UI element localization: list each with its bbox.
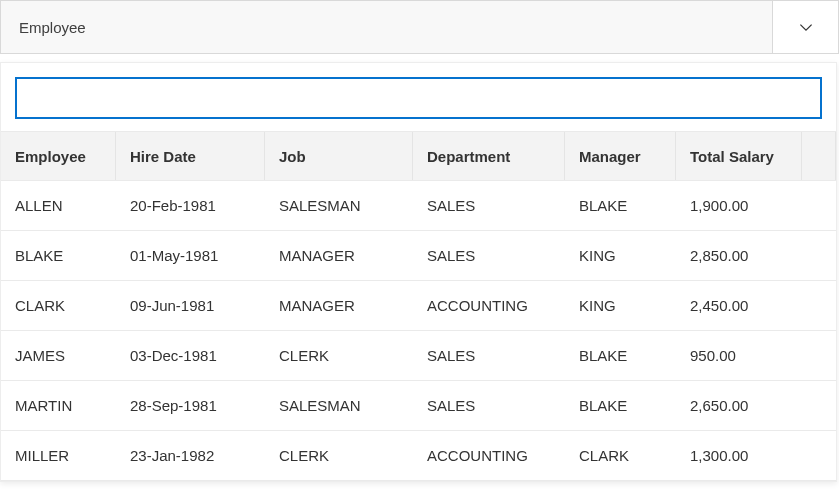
cell-manager: CLARK (565, 431, 676, 480)
cell-total-salary: 950.00 (676, 331, 802, 380)
table-row[interactable]: ALLEN20-Feb-1981SALESMANSALESBLAKE1,900.… (1, 181, 836, 231)
col-header-tail (802, 132, 836, 180)
table-row[interactable]: MILLER23-Jan-1982CLERKACCOUNTINGCLARK1,3… (1, 431, 836, 480)
cell-employee: MARTIN (1, 381, 116, 430)
cell-tail (802, 181, 836, 230)
cell-hiredate: 03-Dec-1981 (116, 331, 265, 380)
cell-total-salary: 2,450.00 (676, 281, 802, 330)
col-header-manager[interactable]: Manager (565, 132, 676, 180)
cell-department: SALES (413, 181, 565, 230)
employee-select-trigger[interactable]: Employee (0, 0, 839, 54)
cell-tail (802, 331, 836, 380)
cell-department: SALES (413, 231, 565, 280)
cell-department: SALES (413, 331, 565, 380)
cell-hiredate: 01-May-1981 (116, 231, 265, 280)
cell-total-salary: 2,850.00 (676, 231, 802, 280)
dropdown-toggle[interactable] (772, 1, 838, 53)
search-wrap (1, 63, 836, 131)
cell-job: SALESMAN (265, 381, 413, 430)
grid-header-row: Employee Hire Date Job Department Manage… (1, 132, 836, 181)
cell-total-salary: 1,900.00 (676, 181, 802, 230)
cell-department: ACCOUNTING (413, 281, 565, 330)
cell-tail (802, 431, 836, 480)
col-header-hiredate[interactable]: Hire Date (116, 132, 265, 180)
search-input[interactable] (15, 77, 822, 119)
table-row[interactable]: BLAKE01-May-1981MANAGERSALESKING2,850.00 (1, 231, 836, 281)
col-header-job[interactable]: Job (265, 132, 413, 180)
cell-manager: BLAKE (565, 381, 676, 430)
cell-tail (802, 231, 836, 280)
table-row[interactable]: MARTIN28-Sep-1981SALESMANSALESBLAKE2,650… (1, 381, 836, 431)
cell-manager: BLAKE (565, 181, 676, 230)
cell-manager: BLAKE (565, 331, 676, 380)
cell-hiredate: 09-Jun-1981 (116, 281, 265, 330)
cell-tail (802, 281, 836, 330)
cell-department: ACCOUNTING (413, 431, 565, 480)
cell-job: CLERK (265, 431, 413, 480)
cell-employee: CLARK (1, 281, 116, 330)
dropdown-panel: Employee Hire Date Job Department Manage… (0, 62, 837, 482)
select-label: Employee (1, 1, 772, 53)
cell-employee: ALLEN (1, 181, 116, 230)
cell-manager: KING (565, 231, 676, 280)
cell-hiredate: 28-Sep-1981 (116, 381, 265, 430)
cell-tail (802, 381, 836, 430)
cell-job: MANAGER (265, 231, 413, 280)
chevron-down-icon (798, 22, 814, 32)
cell-employee: JAMES (1, 331, 116, 380)
cell-job: SALESMAN (265, 181, 413, 230)
col-header-department[interactable]: Department (413, 132, 565, 180)
col-header-employee[interactable]: Employee (1, 132, 116, 180)
cell-total-salary: 1,300.00 (676, 431, 802, 480)
cell-employee: BLAKE (1, 231, 116, 280)
cell-hiredate: 20-Feb-1981 (116, 181, 265, 230)
cell-total-salary: 2,650.00 (676, 381, 802, 430)
cell-employee: MILLER (1, 431, 116, 480)
cell-hiredate: 23-Jan-1982 (116, 431, 265, 480)
results-grid: Employee Hire Date Job Department Manage… (1, 131, 836, 481)
cell-job: CLERK (265, 331, 413, 380)
cell-manager: KING (565, 281, 676, 330)
col-header-total-salary[interactable]: Total Salary (676, 132, 802, 180)
grid-body: ALLEN20-Feb-1981SALESMANSALESBLAKE1,900.… (1, 181, 836, 480)
table-row[interactable]: CLARK09-Jun-1981MANAGERACCOUNTINGKING2,4… (1, 281, 836, 331)
table-row[interactable]: JAMES03-Dec-1981CLERKSALESBLAKE950.00 (1, 331, 836, 381)
cell-job: MANAGER (265, 281, 413, 330)
cell-department: SALES (413, 381, 565, 430)
